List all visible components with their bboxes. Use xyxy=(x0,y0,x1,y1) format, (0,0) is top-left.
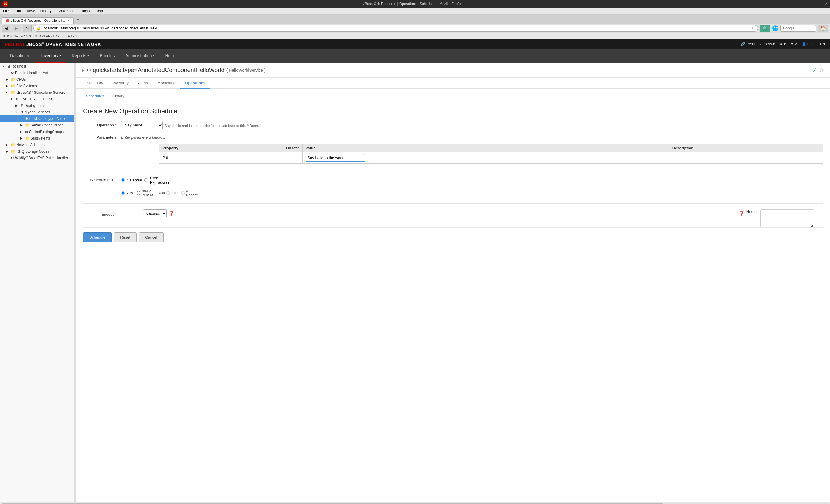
col-unset: Unset? xyxy=(283,144,302,152)
param-value-input[interactable] xyxy=(306,154,365,162)
sidebar-item-myapp[interactable]: ▾ ⚙ Myapp Services xyxy=(0,109,74,116)
sidebar-item-bundle-handler[interactable]: ⚙ Bundle Handler - Ant xyxy=(0,70,74,76)
browser-title: JBoss ON: Resource | Operations | Schedu… xyxy=(8,2,817,6)
sidebar-item-filesystems[interactable]: ▶ 📁 File Systems xyxy=(0,83,74,89)
operation-select[interactable]: Say hello! xyxy=(121,121,163,129)
schedule-row: Schedule using : Calendar CronExpression xyxy=(83,176,823,185)
notes-label: Notes : xyxy=(746,210,759,214)
toggle-icon: ▶ xyxy=(6,84,9,88)
close-button[interactable]: ✕ xyxy=(825,2,828,6)
tab-summary[interactable]: Summary xyxy=(82,77,108,89)
now-radio[interactable] xyxy=(121,191,125,195)
url-input[interactable] xyxy=(43,26,750,30)
nav-reports-label: Reports xyxy=(72,53,86,58)
nav-dashboard[interactable]: Dashboard xyxy=(5,49,36,63)
bookmark-eap6[interactable]: ⚏ EAP 6 xyxy=(64,34,77,38)
now-repeat-radio[interactable] xyxy=(136,191,140,195)
logo-white: JBOSS® OPERATIONS NETWORK xyxy=(27,42,101,47)
nav-inventory[interactable]: Inventory ▾ xyxy=(36,49,67,63)
tab-monitoring[interactable]: Monitoring xyxy=(153,77,180,89)
bookmark-icon: ⚙ xyxy=(2,34,5,38)
cancel-button[interactable]: Cancel xyxy=(139,232,163,242)
bookmark-jon-server[interactable]: ⚙ JON Server V3.3 xyxy=(2,34,31,38)
menu-view[interactable]: View xyxy=(26,8,36,14)
menu-tools[interactable]: Tools xyxy=(80,8,91,14)
search-go-button[interactable]: 🔍 xyxy=(760,25,770,32)
horizontal-scrollbar[interactable] xyxy=(2,503,828,504)
sidebar-item-server-config[interactable]: ▶ 📁 Server Configuration xyxy=(0,122,74,129)
menu-help[interactable]: Help xyxy=(94,8,104,14)
sidebar-item-quickstarts[interactable]: ⚙ quickstarts:type=Annot xyxy=(0,116,74,122)
forward-button[interactable]: ▶ xyxy=(12,25,21,32)
tab-close-icon[interactable]: ✕ xyxy=(67,19,70,22)
sidebar-item-jbossas7[interactable]: ▾ 📁 JBossAS7 Standalone Servers xyxy=(0,89,74,96)
cell-description xyxy=(669,152,823,163)
google-search-input[interactable] xyxy=(780,25,816,32)
col-value: Value xyxy=(302,144,669,152)
sidebar-item-network-adapters[interactable]: ▶ 📁 Network Adapters xyxy=(0,141,74,148)
sidebar-item-deployments[interactable]: ▶ ⊞ Deployments xyxy=(0,102,74,109)
google-icon: 🌐 xyxy=(772,25,778,32)
timeout-input[interactable] xyxy=(118,210,141,217)
nav-reports[interactable]: Reports ▾ xyxy=(66,49,94,63)
user-menu-button[interactable]: 👤 rhqadmin ▾ xyxy=(802,42,825,46)
timing-later-repeat: &Repeat xyxy=(181,189,197,197)
sidebar-item-rhq-storage[interactable]: ▶ 📁 RHQ Storage Nodes xyxy=(0,148,74,155)
timing-now-repeat: Now &Repeat xyxy=(136,189,153,197)
notes-textarea[interactable] xyxy=(760,210,814,227)
favorite-star-icon[interactable]: ☆ xyxy=(819,67,824,74)
bookmark-icon: ⚏ xyxy=(64,34,67,38)
parameters-hint: Enter parameters below... xyxy=(121,133,165,139)
app-logo: RED HAT JBOSS® OPERATIONS NETWORK xyxy=(5,42,101,47)
browser-tab-active[interactable]: 🔴 JBoss ON: Resource | Operations | ... … xyxy=(2,17,74,24)
back-button[interactable]: ◀ xyxy=(2,25,10,32)
later-repeat-radio[interactable] xyxy=(181,191,185,195)
later-radio[interactable] xyxy=(166,191,170,195)
sidebar-item-eap[interactable]: ▾ 🖥 EAP (127.0.0.1:9990) xyxy=(0,96,74,102)
bookmark-jon-rest[interactable]: ⚙ JON REST API xyxy=(34,34,60,38)
sidebar-item-socketbinding[interactable]: ▶ ⊞ SocketBindingGroups xyxy=(0,129,74,135)
menu-edit[interactable]: Edit xyxy=(13,8,22,14)
tab-alerts[interactable]: Alerts xyxy=(133,77,153,89)
window-controls[interactable]: ─ □ ✕ xyxy=(817,2,828,6)
sidebar-item-label: localhost xyxy=(12,64,26,68)
toggle-icon xyxy=(20,117,24,120)
cell-value xyxy=(302,152,669,163)
home-button[interactable]: 🏠 xyxy=(818,25,828,32)
favorites-button[interactable]: ★ ▾ xyxy=(779,42,786,46)
nav-help[interactable]: Help xyxy=(160,49,179,63)
new-tab-button[interactable]: + xyxy=(74,16,82,24)
table-row: P 0 xyxy=(159,152,823,163)
sidebar-item-cpus[interactable]: ▶ 📁 CPUs xyxy=(0,76,74,83)
subtab-history[interactable]: History xyxy=(108,91,129,101)
toggle-icon: ▶ xyxy=(15,104,19,107)
later-label: Later xyxy=(171,191,179,195)
sidebar-item-wildfly-patch[interactable]: ⚙ Wildfly/JBoss EAP Patch Handler xyxy=(0,155,74,161)
notes-help-icon[interactable]: ❓ xyxy=(739,211,745,216)
subtab-schedules[interactable]: Schedules xyxy=(82,91,108,101)
toggle-icon: ▾ xyxy=(15,111,19,114)
alerts-button[interactable]: ⚑ 2 xyxy=(791,42,797,46)
timeout-unit-select[interactable]: seconds minutes hours xyxy=(143,210,167,218)
maximize-button[interactable]: □ xyxy=(821,2,823,6)
reload-button[interactable]: ↻ xyxy=(23,25,32,32)
calendar-radio[interactable] xyxy=(121,178,125,182)
menu-bookmarks[interactable]: Bookmarks xyxy=(56,8,76,14)
timeout-help-icon[interactable]: ❓ xyxy=(168,211,174,216)
nav-bundles[interactable]: Bundles xyxy=(94,49,120,63)
minimize-button[interactable]: ─ xyxy=(817,2,820,6)
sidebar-item-localhost[interactable]: ▾ 🖥 localhost xyxy=(0,63,74,70)
cron-radio[interactable] xyxy=(144,178,148,182)
timeout-notes-row: Timeout : seconds minutes hours ❓ ❓ Note… xyxy=(83,210,823,227)
menu-history[interactable]: History xyxy=(39,8,53,14)
schedule-button[interactable]: Schedule xyxy=(83,232,111,242)
user-icon: 👤 xyxy=(802,42,806,46)
red-hat-access-button[interactable]: 🔗 Red Hat Access ▾ xyxy=(741,42,775,46)
tab-inventory[interactable]: Inventory xyxy=(108,77,133,89)
menu-file[interactable]: File xyxy=(2,8,10,14)
nav-administration[interactable]: Administration ▾ xyxy=(120,49,160,63)
tab-operations[interactable]: Operations xyxy=(180,77,210,89)
reset-button[interactable]: Reset xyxy=(114,232,136,242)
refresh-icon[interactable]: ↻ xyxy=(752,26,755,30)
sidebar-item-subsystems[interactable]: ▶ 📁 Subsystems xyxy=(0,135,74,141)
